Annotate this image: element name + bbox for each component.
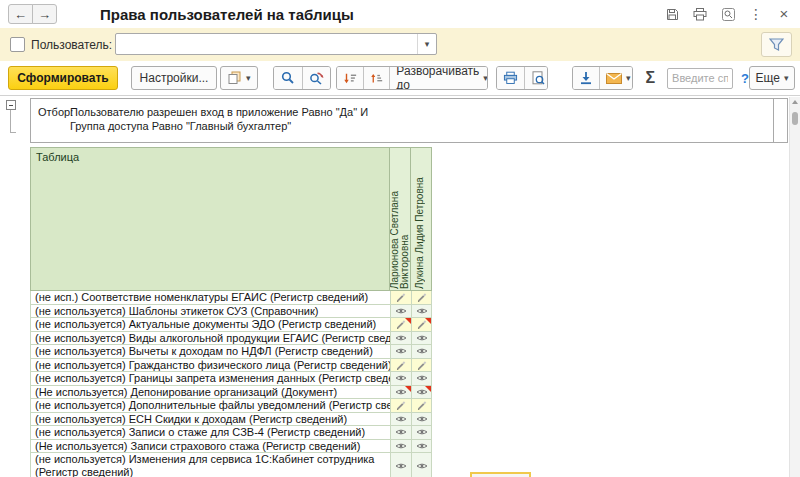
generate-button[interactable]: Сформировать	[8, 66, 118, 90]
save-button[interactable]	[664, 6, 680, 22]
table-row-name[interactable]: (не исп.) Соответствие номенклатуры ЕГАИ…	[30, 291, 390, 305]
edit-right-cell[interactable]	[411, 399, 432, 413]
more-actions-button[interactable]: Еще ▾	[749, 66, 795, 90]
filter-description-line1: Пользователю разрешен вход в приложение …	[70, 106, 368, 118]
table-row-name[interactable]: (не используется) Шаблоны этикеток СУЗ (…	[30, 305, 390, 319]
vertical-dots-icon: ⋮	[749, 7, 763, 21]
table-row: (не используется) Шаблоны этикеток СУЗ (…	[30, 305, 432, 319]
user-combo-dropdown-button[interactable]: ▾	[417, 34, 436, 54]
help-button[interactable]: ?	[741, 71, 749, 86]
view-right-cell[interactable]	[390, 332, 411, 346]
edit-right-cell[interactable]	[390, 399, 411, 413]
view-right-cell[interactable]	[390, 345, 411, 359]
search-button[interactable]	[274, 67, 302, 89]
scroll-up-icon[interactable]	[792, 100, 798, 104]
more-label: Еще	[756, 71, 780, 85]
back-button[interactable]: ←	[8, 4, 33, 24]
user-input[interactable]	[116, 34, 417, 54]
edit-pencil-icon	[396, 292, 406, 302]
table-row-name[interactable]: (Не используется) Записи страхового стаж…	[30, 440, 390, 454]
view-right-cell[interactable]	[411, 453, 432, 477]
cell-divider	[773, 99, 774, 142]
view-right-cell[interactable]	[390, 453, 411, 477]
view-right-cell[interactable]	[411, 345, 432, 359]
close-button[interactable]: ×	[776, 6, 792, 22]
table-column-header[interactable]: Таблица	[30, 147, 390, 291]
expand-groups-button[interactable]	[363, 67, 389, 89]
view-eye-icon	[416, 334, 428, 342]
view-right-cell[interactable]	[411, 332, 432, 346]
edit-right-cell[interactable]	[390, 291, 411, 305]
print-button[interactable]	[692, 6, 708, 22]
find-button[interactable]	[720, 6, 736, 22]
restriction-marker-icon	[425, 386, 431, 392]
vertical-scrollbar[interactable]	[789, 97, 800, 477]
edit-right-cell[interactable]	[390, 359, 411, 373]
search-next-button[interactable]	[302, 67, 330, 89]
view-right-cell[interactable]	[390, 440, 411, 454]
search-icon	[281, 71, 295, 85]
print-preview-button[interactable]	[524, 67, 547, 89]
expand-to-button[interactable]: Разворачивать до ▾	[389, 67, 488, 89]
forward-button[interactable]: →	[32, 4, 57, 24]
user-filter-checkbox[interactable]	[10, 37, 25, 52]
user-filter-band: Пользователь: ▾	[0, 28, 800, 61]
collapse-group-button[interactable]	[6, 100, 16, 110]
user-column-name: Ларионова Светлана Викторовна	[390, 150, 410, 289]
table-row-name[interactable]: (не используется) Вычеты к доходам по НД…	[30, 345, 390, 359]
settings-button[interactable]: Настройки...	[131, 66, 217, 90]
grouping-button-group: Разворачивать до ▾	[336, 66, 488, 90]
view-right-cell[interactable]	[390, 413, 411, 427]
user-column-header[interactable]: Лукина Лидия Петровна	[411, 147, 432, 291]
edit-right-cell[interactable]	[411, 318, 432, 332]
save-report-button[interactable]	[573, 67, 599, 89]
more-commands-button[interactable]: ⋮	[748, 6, 764, 22]
nav-history-buttons: ← →	[8, 4, 57, 24]
copy-sheets-icon	[227, 71, 242, 85]
user-column-header[interactable]: Ларионова Светлана Викторовна	[390, 147, 411, 291]
table-row-name[interactable]: (не используется) Дополнительные файлы у…	[30, 399, 390, 413]
view-eye-icon	[395, 462, 407, 470]
view-eye-icon	[416, 374, 428, 382]
expand-to-label: Разворачивать до	[396, 66, 479, 90]
scrollbar-thumb[interactable]	[792, 112, 798, 125]
table-row: (Не используется) Депонирование организа…	[30, 386, 432, 400]
report-variants-button[interactable]: ▾	[220, 66, 258, 90]
edit-right-cell[interactable]	[411, 359, 432, 373]
table-row-name[interactable]: (не используется) Изменения для сервиса …	[30, 453, 390, 477]
table-row-name[interactable]: (не используется) Границы запрета измене…	[30, 372, 390, 386]
table-row: (не используется) Гражданство физическог…	[30, 359, 432, 373]
find-icon	[722, 8, 735, 21]
view-eye-icon	[395, 415, 407, 423]
table-row-name[interactable]: (не используется) Актуальные документы Э…	[30, 318, 390, 332]
view-right-cell[interactable]	[390, 305, 411, 319]
view-right-cell[interactable]	[390, 372, 411, 386]
preview-icon	[531, 71, 545, 85]
table-row-name[interactable]: (не используется) Гражданство физическог…	[30, 359, 390, 373]
view-right-cell[interactable]	[411, 426, 432, 440]
view-right-cell[interactable]	[390, 386, 411, 400]
report-toolbar: Сформировать Настройки... ▾ Разворачиват…	[0, 61, 800, 95]
user-column-name: Лукина Лидия Петровна	[415, 150, 429, 289]
sum-button[interactable]: Σ	[643, 69, 657, 87]
view-right-cell[interactable]	[411, 440, 432, 454]
edit-right-cell[interactable]	[390, 318, 411, 332]
table-row-name[interactable]: (не используется) ЕСН Скидки к доходам (…	[30, 413, 390, 427]
view-right-cell[interactable]	[411, 305, 432, 319]
print-report-button[interactable]	[497, 67, 524, 89]
filter-settings-button[interactable]	[761, 32, 792, 57]
table-row-name[interactable]: (Не используется) Депонирование организа…	[30, 386, 390, 400]
table-row-name[interactable]: (не используется) Виды алкогольной проду…	[30, 332, 390, 346]
collapse-groups-button[interactable]	[337, 67, 363, 89]
edit-right-cell[interactable]	[411, 291, 432, 305]
quick-search-input[interactable]	[667, 68, 733, 89]
partial-hidden-element	[470, 472, 531, 477]
table-row: (не используется) Записи о стаже для СЗВ…	[30, 426, 432, 440]
view-right-cell[interactable]	[411, 372, 432, 386]
view-right-cell[interactable]	[411, 413, 432, 427]
table-row-name[interactable]: (не используется) Записи о стаже для СЗВ…	[30, 426, 390, 440]
view-right-cell[interactable]	[411, 386, 432, 400]
send-email-button[interactable]: ▾	[599, 67, 634, 89]
view-eye-icon	[416, 347, 428, 355]
view-right-cell[interactable]	[390, 426, 411, 440]
